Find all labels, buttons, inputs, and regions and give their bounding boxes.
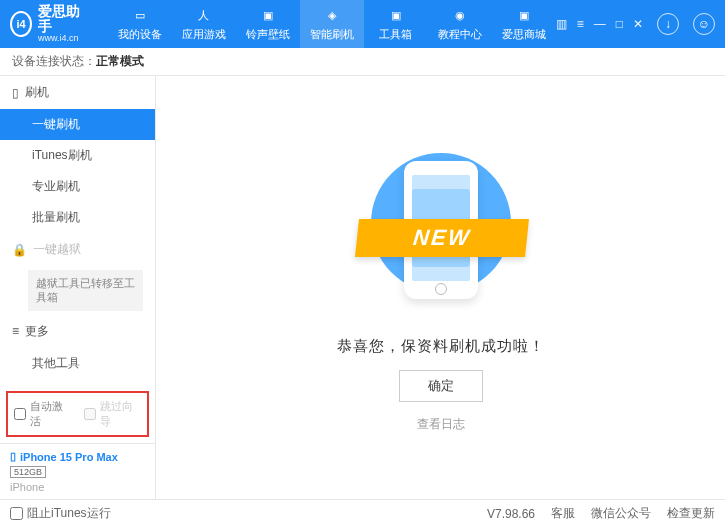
sidebar-item-itunes[interactable]: iTunes刷机: [0, 140, 155, 171]
device-type: iPhone: [10, 481, 145, 493]
block-itunes-checkbox[interactable]: 阻止iTunes运行: [10, 505, 111, 522]
apps-icon: 人: [195, 6, 213, 24]
user-icon[interactable]: ☺: [693, 13, 715, 35]
storage-badge: 512GB: [10, 466, 46, 478]
status-value: 正常模式: [96, 53, 144, 70]
success-message: 恭喜您，保资料刷机成功啦！: [337, 337, 545, 356]
success-illustration: NEW: [341, 143, 541, 323]
ringtone-icon: ▣: [259, 6, 277, 24]
store-icon: ▣: [515, 6, 533, 24]
app-logo: i4 爱思助手 www.i4.cn: [10, 4, 84, 45]
phone-icon: ▯: [12, 86, 19, 100]
sidebar-group-flash[interactable]: ▯刷机: [0, 76, 155, 109]
main-nav: ▭我的设备 人应用游戏 ▣铃声壁纸 ◈智能刷机 ▣工具箱 ◉教程中心 ▣爱思商城: [108, 0, 556, 48]
device-status-bar: 设备连接状态： 正常模式: [0, 48, 725, 76]
nav-flash[interactable]: ◈智能刷机: [300, 0, 364, 48]
nav-ringtones[interactable]: ▣铃声壁纸: [236, 0, 300, 48]
sidebar-item-pro[interactable]: 专业刷机: [0, 171, 155, 202]
sidebar-item-batch[interactable]: 批量刷机: [0, 202, 155, 233]
device-info: ▯iPhone 15 Pro Max 512GB iPhone: [0, 443, 155, 499]
footer: 阻止iTunes运行 V7.98.66 客服 微信公众号 检查更新: [0, 499, 725, 527]
close-icon[interactable]: ✕: [633, 17, 643, 31]
device-icon: ▭: [131, 6, 149, 24]
sidebar-group-more[interactable]: ≡更多: [0, 315, 155, 348]
app-title: 爱思助手: [38, 4, 84, 35]
flash-icon: ◈: [323, 6, 341, 24]
sidebar-item-oneclick[interactable]: 一键刷机: [0, 109, 155, 140]
highlighted-options: 自动激活 跳过向导: [6, 391, 149, 437]
device-name[interactable]: ▯iPhone 15 Pro Max: [10, 450, 145, 463]
check-update-link[interactable]: 检查更新: [667, 505, 715, 522]
nav-store[interactable]: ▣爱思商城: [492, 0, 556, 48]
options-icon[interactable]: ≡: [577, 17, 584, 31]
wechat-link[interactable]: 微信公众号: [591, 505, 651, 522]
sidebar-item-othertools[interactable]: 其他工具: [0, 348, 155, 379]
status-label: 设备连接状态：: [12, 53, 96, 70]
app-subtitle: www.i4.cn: [38, 34, 84, 44]
view-log-link[interactable]: 查看日志: [417, 416, 465, 433]
minimize-icon[interactable]: —: [594, 17, 606, 31]
nav-my-device[interactable]: ▭我的设备: [108, 0, 172, 48]
nav-tutorials[interactable]: ◉教程中心: [428, 0, 492, 48]
titlebar: i4 爱思助手 www.i4.cn ▭我的设备 人应用游戏 ▣铃声壁纸 ◈智能刷…: [0, 0, 725, 48]
toolbox-icon: ▣: [387, 6, 405, 24]
new-ribbon: NEW: [355, 219, 529, 257]
lock-icon: 🔒: [12, 243, 27, 257]
sidebar: ▯刷机 一键刷机 iTunes刷机 专业刷机 批量刷机 🔒一键越狱 越狱工具已转…: [0, 76, 156, 499]
phone-icon: ▯: [10, 450, 16, 463]
nav-toolbox[interactable]: ▣工具箱: [364, 0, 428, 48]
sidebar-group-jailbreak: 🔒一键越狱: [0, 233, 155, 266]
main-content: NEW 恭喜您，保资料刷机成功啦！ 确定 查看日志: [156, 76, 725, 499]
menu-icon[interactable]: ▥: [556, 17, 567, 31]
maximize-icon[interactable]: □: [616, 17, 623, 31]
sidebar-item-download-fw[interactable]: 下载固件: [0, 379, 155, 387]
download-icon[interactable]: ↓: [657, 13, 679, 35]
version-label: V7.98.66: [487, 507, 535, 521]
ok-button[interactable]: 确定: [399, 370, 483, 402]
jailbreak-note: 越狱工具已转移至工具箱: [28, 270, 143, 311]
window-controls: ▥ ≡ — □ ✕ ↓ ☺: [556, 13, 715, 35]
nav-apps[interactable]: 人应用游戏: [172, 0, 236, 48]
skip-guide-checkbox[interactable]: 跳过向导: [84, 399, 142, 429]
tutorial-icon: ◉: [451, 6, 469, 24]
more-icon: ≡: [12, 324, 19, 338]
support-link[interactable]: 客服: [551, 505, 575, 522]
auto-activate-checkbox[interactable]: 自动激活: [14, 399, 72, 429]
logo-icon: i4: [10, 11, 32, 37]
